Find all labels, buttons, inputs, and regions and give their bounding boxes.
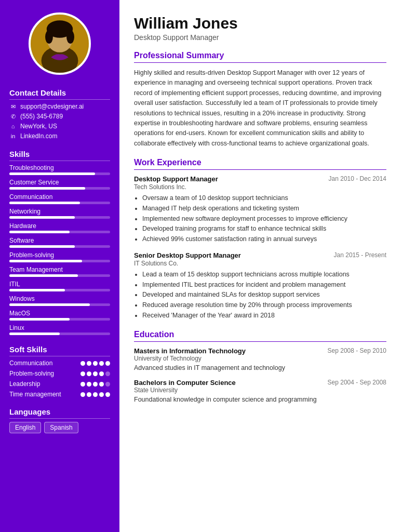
skill-bar-bg: [9, 318, 110, 321]
soft-skill-label: Leadership: [9, 380, 80, 388]
phone-icon: ✆: [9, 113, 17, 120]
name-block: William Jones Desktop Support Manager: [134, 15, 386, 42]
dot: [105, 382, 110, 387]
edu-header: Bachelors in Computer Science Sep 2004 -…: [134, 379, 386, 387]
skill-label: Communication: [9, 193, 110, 201]
work-company: Tech Solutions Inc.: [134, 183, 386, 191]
skill-label: ITIL: [9, 281, 110, 288]
dot: [93, 371, 98, 376]
soft-skills-title: Soft Skills: [9, 345, 110, 356]
skill-label: MacOS: [9, 310, 110, 317]
svg-point-5: [66, 30, 74, 44]
work-company: IT Solutions Co.: [134, 260, 386, 267]
avatar: [29, 12, 91, 75]
work-bullet: Managed IT help desk operations and tick…: [142, 204, 386, 214]
dot: [87, 361, 91, 366]
skill-bar-fill: [9, 318, 70, 321]
skill-label: Networking: [9, 208, 110, 215]
skill-item: Hardware: [9, 222, 110, 233]
work-bullet: Achieved 99% customer satisfaction ratin…: [142, 234, 386, 244]
skill-label: Hardware: [9, 222, 110, 230]
skill-label: Problem-solving: [9, 251, 110, 259]
work-job-title: Senior Desktop Support Manager: [134, 251, 241, 259]
work-bullet: Reduced average resolution time by 20% t…: [142, 300, 386, 310]
soft-skill-item: Communication: [9, 360, 110, 367]
work-dates: Jan 2010 - Dec 2014: [329, 175, 386, 182]
work-bullet: Implemented new software deployment proc…: [142, 214, 386, 224]
dot: [99, 382, 104, 387]
edu-school: State University: [134, 387, 386, 394]
candidate-job-title: Desktop Support Manager: [134, 33, 386, 42]
skill-bar-fill: [9, 289, 65, 291]
skill-item: MacOS: [9, 310, 110, 321]
skill-label: Troubleshooting: [9, 164, 110, 171]
contact-title: Contact Details: [9, 88, 110, 100]
work-entries: Desktop Support Manager Jan 2010 - Dec 2…: [134, 175, 386, 321]
soft-skills-list: CommunicationProblem-solvingLeadershipTi…: [9, 360, 110, 398]
dots: [80, 392, 110, 397]
summary-heading: Professional Summary: [134, 51, 386, 63]
dot: [105, 392, 110, 397]
dot: [93, 392, 98, 397]
dot: [80, 382, 85, 387]
candidate-name: William Jones: [134, 15, 386, 32]
skill-item: Software: [9, 237, 110, 248]
edu-entry: Masters in Information Technology Sep 20…: [134, 347, 386, 373]
work-bullet: Oversaw a team of 10 desktop support tec…: [142, 193, 386, 203]
language-tag: Spanish: [44, 422, 78, 433]
sidebar: Contact Details ✉ support@cvdesigner.ai …: [0, 0, 119, 532]
work-header: Senior Desktop Support Manager Jan 2015 …: [134, 251, 386, 259]
soft-skill-label: Problem-solving: [9, 370, 80, 377]
work-bullets: Lead a team of 15 desktop support techni…: [134, 270, 386, 321]
skill-item: Customer Service: [9, 179, 110, 190]
skill-bar-fill: [9, 260, 82, 262]
skill-bar-fill: [9, 172, 95, 175]
skill-item: Team Management: [9, 266, 110, 277]
soft-skill-label: Communication: [9, 360, 80, 367]
skill-bar-bg: [9, 289, 110, 291]
skill-item: Windows: [9, 295, 110, 306]
dot: [93, 382, 98, 387]
skill-label: Customer Service: [9, 179, 110, 186]
edu-desc: Advanced studies in IT management and te…: [134, 363, 386, 373]
work-heading: Work Experience: [134, 158, 386, 170]
dot: [87, 371, 91, 376]
language-tags: EnglishSpanish: [9, 422, 110, 433]
contact-phone: ✆ (555) 345-6789: [9, 113, 110, 120]
skill-bar-fill: [9, 202, 80, 204]
work-bullet: Lead a team of 15 desktop support techni…: [142, 270, 386, 280]
skill-bar-bg: [9, 274, 110, 277]
work-entry: Desktop Support Manager Jan 2010 - Dec 2…: [134, 175, 386, 244]
location-icon: ⌂: [9, 123, 17, 129]
work-job-title: Desktop Support Manager: [134, 175, 218, 183]
dot: [105, 371, 110, 376]
contact-email: ✉ support@cvdesigner.ai: [9, 103, 110, 110]
dot: [99, 371, 104, 376]
skill-label: Team Management: [9, 266, 110, 273]
linkedin-icon: in: [9, 133, 17, 139]
work-bullet: Developed and maintained SLAs for deskto…: [142, 290, 386, 300]
soft-skill-item: Time management: [9, 391, 110, 398]
dots: [80, 382, 110, 387]
dot: [99, 392, 104, 397]
skill-bar-fill: [9, 332, 60, 335]
skill-item: Networking: [9, 208, 110, 219]
skills-section: Skills Troubleshooting Customer Service …: [0, 150, 119, 339]
skill-label: Linux: [9, 324, 110, 331]
education-heading: Education: [134, 330, 386, 342]
skill-bar-fill: [9, 303, 90, 306]
contact-location: ⌂ NewYork, US: [9, 123, 110, 130]
work-bullet: Implemented ITIL best practices for inci…: [142, 280, 386, 290]
dot: [80, 392, 85, 397]
languages-section: Languages EnglishSpanish: [0, 407, 119, 433]
soft-skill-item: Problem-solving: [9, 370, 110, 377]
edu-dates: Sep 2004 - Sep 2008: [328, 379, 386, 386]
soft-skill-item: Leadership: [9, 380, 110, 388]
edu-desc: Foundational knowledge in computer scien…: [134, 395, 386, 405]
skill-label: Software: [9, 237, 110, 244]
work-bullet: Developed training programs for staff to…: [142, 224, 386, 234]
skill-bar-fill: [9, 274, 78, 277]
main-content: William Jones Desktop Support Manager Pr…: [119, 0, 403, 532]
dot: [93, 361, 98, 366]
skill-item: Linux: [9, 324, 110, 335]
